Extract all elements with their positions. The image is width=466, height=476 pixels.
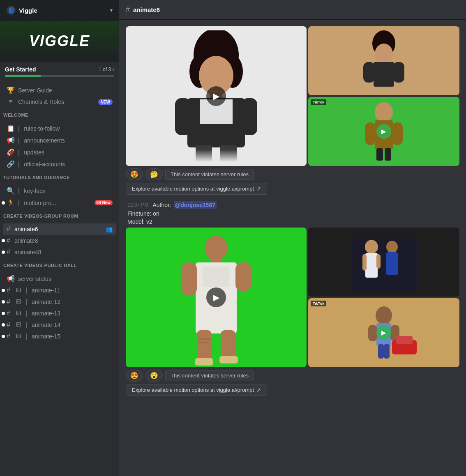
messages-area: ▶ <box>119 20 466 476</box>
message-block-1: ▶ <box>126 26 459 195</box>
welcome-section-label: WELCOME <box>0 109 119 119</box>
megaphone-icon: 📢 <box>7 136 15 144</box>
tutorials-section-label: TUTORIALS AND GUIDANCE <box>0 172 119 182</box>
sidebar-item-animate-12[interactable]: # 🎞 | animate-12 <box>3 296 116 308</box>
svg-point-39 <box>386 241 398 253</box>
external-link-icon-1: ↗ <box>256 186 261 192</box>
explore-btn-2[interactable]: Explore available motion options at vigg… <box>126 384 267 396</box>
side-image-1a[interactable] <box>308 26 459 95</box>
public-hall-section-label: CREATE VIDEOS-PUBLIC HALL <box>0 260 119 269</box>
reaction-love-btn-2[interactable]: 😍 <box>126 370 143 382</box>
play-button-2[interactable]: ▶ <box>206 287 226 307</box>
play-button-side-2b[interactable]: ▶ <box>376 325 391 340</box>
svg-point-44 <box>376 306 392 324</box>
explore-label-2: Explore available motion options at vigg… <box>132 387 254 393</box>
sidebar-item-animate48[interactable]: # animate48 <box>3 246 116 258</box>
finetune-info: Finetune: on <box>127 210 159 217</box>
explore-btn-1[interactable]: Explore available motion options at vigg… <box>126 183 267 195</box>
svg-rect-49 <box>384 344 390 359</box>
tiktok-badge: TikTok <box>311 99 326 105</box>
side-image-2a[interactable] <box>308 228 459 297</box>
svg-rect-15 <box>363 62 375 83</box>
svg-point-23 <box>205 236 228 260</box>
official-accounts-label: official-accounts <box>24 161 113 168</box>
animate6-label: animate6 <box>14 226 102 232</box>
report-btn-2[interactable]: This content violates server rules <box>165 370 254 381</box>
sidebar-item-server-status[interactable]: 📢 server-status <box>3 273 116 285</box>
unread-count-badge: 68 New <box>95 200 113 205</box>
svg-rect-19 <box>365 122 376 145</box>
server-header[interactable]: 🌀 Viggle ▾ <box>0 0 119 21</box>
svg-rect-26 <box>203 267 229 287</box>
rules-label: rules-to-follow <box>24 125 113 132</box>
author-prefix: Author: <box>152 202 171 208</box>
svg-rect-28 <box>235 262 251 291</box>
main-video-1[interactable]: ▶ <box>126 26 307 166</box>
svg-rect-42 <box>376 254 381 269</box>
message-block-2: 12:37 PM Author: @donjose1587 Finetune: … <box>126 201 459 396</box>
sidebar-item-animate6[interactable]: # animate6 👥 <box>3 223 116 235</box>
sidebar-item-animate8[interactable]: # animate8 <box>3 235 116 246</box>
sidebar-item-key-faqs[interactable]: 🔍 | key-faqs <box>3 185 116 197</box>
key-faqs-label: key-faqs <box>24 188 113 194</box>
sidebar-item-official-accounts[interactable]: 🔗 | official-accounts <box>3 158 116 170</box>
svg-rect-14 <box>374 62 394 87</box>
animate8-label: animate8 <box>14 237 113 244</box>
sidebar-item-updates[interactable]: 🏈 | updates <box>3 146 116 158</box>
play-button-side-1b[interactable]: ▶ <box>376 124 391 139</box>
svg-rect-35 <box>198 342 208 343</box>
message-images-1: ▶ <box>126 26 459 166</box>
channel-header: # animate6 <box>119 0 466 20</box>
sidebar-item-animate-13[interactable]: # 🎞 | animate-13 <box>3 308 116 319</box>
unread-indicator <box>2 201 5 205</box>
server-icon: 🌀 <box>7 6 16 15</box>
svg-rect-40 <box>386 252 398 275</box>
viggle-logo: VIGGLE <box>29 32 90 50</box>
sidebar-item-channels-roles[interactable]: ≡ Channels & Roles NEW <box>3 96 116 108</box>
main-video-2[interactable]: ▶ <box>126 228 307 367</box>
welcome-section: 📋 | rules-to-follow 📢 | announcements 🏈 … <box>0 119 119 172</box>
add-user-icon[interactable]: 👥 <box>106 226 113 232</box>
motion-pro-label: motion-pro... <box>24 200 91 206</box>
svg-rect-8 <box>242 98 257 135</box>
explore-bar-2: Explore available motion options at vigg… <box>126 384 459 396</box>
sidebar-item-server-guide[interactable]: 🏆 Server Guide <box>3 84 116 96</box>
server-guide-label: Server Guide <box>18 87 113 94</box>
new-badge: NEW <box>98 99 113 105</box>
get-started-title: Get Started <box>5 66 36 73</box>
animate48-label: animate48 <box>14 249 113 255</box>
svg-point-13 <box>375 44 393 64</box>
hash-icon: # <box>126 5 130 14</box>
sidebar-item-rules[interactable]: 📋 | rules-to-follow <box>3 122 116 134</box>
link-icon: 🔗 <box>7 160 15 168</box>
svg-rect-21 <box>376 148 383 161</box>
progress-bar-background <box>5 75 114 77</box>
side-images-2: TikTok <box>308 228 459 367</box>
speaker-icon: 📢 <box>7 275 15 283</box>
reaction-love-btn-1[interactable]: 😍 <box>126 168 143 180</box>
side-image-2b[interactable]: TikTok <box>308 298 459 367</box>
animate-15-label: animate-15 <box>32 333 113 340</box>
get-started-count: 1 of 3 › <box>99 67 114 72</box>
animate-13-label: animate-13 <box>32 310 113 317</box>
film-icon: 🎞 <box>14 287 23 293</box>
get-started-section: Get Started 1 of 3 › <box>0 62 119 81</box>
sidebar-item-animate-11[interactable]: # 🎞 | animate-11 <box>3 285 116 296</box>
svg-point-37 <box>365 240 378 254</box>
play-button-1[interactable]: ▶ <box>206 86 226 106</box>
sidebar-item-motion-pro[interactable]: 🏃 | motion-pro... 68 New <box>3 197 116 209</box>
report-btn-1[interactable]: This content violates server rules <box>165 169 254 180</box>
side-image-1b[interactable]: TikTok ▶ <box>308 97 459 166</box>
sidebar-item-animate-14[interactable]: # 🎞 | animate-14 <box>3 319 116 331</box>
unread-indicator <box>2 289 5 292</box>
sidebar-item-animate-15[interactable]: # 🎞 | animate-15 <box>3 331 116 342</box>
sidebar-item-announcements[interactable]: 📢 | announcements <box>3 134 116 146</box>
message-author-info: 12:37 PM Author: @donjose1587 Finetune: … <box>126 201 459 225</box>
server-name: Viggle <box>19 7 37 14</box>
reaction-surprised-btn-2[interactable]: 😮 <box>145 370 163 382</box>
reaction-thinking-btn-1[interactable]: 🤔 <box>145 168 163 180</box>
top-nav-section: 🏆 Server Guide ≡ Channels & Roles NEW <box>0 81 119 109</box>
explore-label-1: Explore available motion options at vigg… <box>132 186 254 192</box>
list-icon: ≡ <box>7 98 15 106</box>
svg-rect-11 <box>187 149 245 162</box>
